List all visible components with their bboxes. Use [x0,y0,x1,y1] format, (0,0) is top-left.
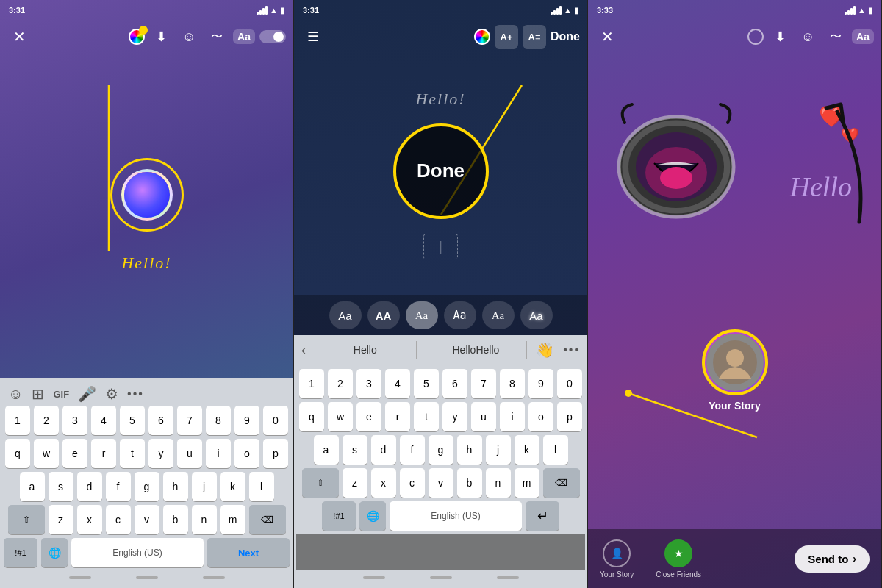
key2-3[interactable]: 3 [356,369,381,398]
key-v[interactable]: v [135,505,159,534]
key-m[interactable]: m [220,505,245,534]
your-story-circle[interactable] [702,329,768,395]
key-8[interactable]: 8 [206,406,231,435]
key2-c[interactable]: c [400,468,425,498]
font-size-button-2[interactable]: A+ [495,25,518,49]
font-style-serif[interactable]: Aa [482,301,514,329]
settings-icon-1[interactable]: ⚙ [105,385,118,403]
key2-e[interactable]: e [356,402,381,431]
key2-shift[interactable]: ⇧ [302,468,339,498]
key-3[interactable]: 3 [62,406,87,435]
key-k[interactable]: k [220,472,245,501]
key-h[interactable]: h [163,472,188,501]
key2-z[interactable]: z [343,468,368,498]
key-w[interactable]: w [34,439,59,468]
key-t[interactable]: t [120,439,145,468]
chevron-left-icon[interactable]: ‹ [301,343,306,358]
close-friends-share-option[interactable]: ★ Close Friends [656,539,701,578]
font-style-script[interactable]: Aa [406,301,438,329]
font-style-mono[interactable]: Aa [444,301,476,329]
key-n[interactable]: n [192,505,217,534]
more-icon-1[interactable]: ••• [127,387,144,401]
key2-r[interactable]: r [385,402,410,431]
key-special[interactable]: !#1 [4,538,37,567]
color-picker-button-2[interactable] [474,29,490,45]
key2-v[interactable]: v [429,468,453,498]
key-y[interactable]: y [148,439,173,468]
key2-q[interactable]: q [299,402,324,431]
pen-button-3[interactable]: 〜 [824,25,847,49]
more-icon-2[interactable]: ••• [563,343,580,356]
key-space[interactable]: English (US) [71,538,204,567]
key-s[interactable]: s [49,472,74,501]
key-p[interactable]: p [263,439,288,468]
key-x[interactable]: x [77,505,102,534]
key2-0[interactable]: 0 [557,369,582,398]
key2-h[interactable]: h [457,435,482,465]
key-l[interactable]: l [249,472,274,501]
font-style-normal[interactable]: Aa [329,301,362,329]
key2-5[interactable]: 5 [414,369,439,398]
key-g[interactable]: g [135,472,159,501]
key-b[interactable]: b [163,505,188,534]
key-1[interactable]: 1 [5,406,30,435]
sticker-button-1[interactable]: ☺ [177,25,201,49]
font-align-button-2[interactable]: A≡ [523,25,546,49]
key2-m[interactable]: m [514,468,539,498]
send-to-button[interactable]: Send to › [795,545,870,573]
key2-6[interactable]: 6 [442,369,467,398]
font-style-bold[interactable]: AA [368,301,400,329]
key2-7[interactable]: 7 [471,369,496,398]
key-q[interactable]: q [5,439,30,468]
slider-toggle-1[interactable] [259,30,286,43]
pen-button-1[interactable]: 〜 [205,25,229,49]
key2-f[interactable]: f [400,435,425,465]
key-d[interactable]: d [77,472,102,501]
font-button-3[interactable]: Aa [852,29,874,44]
key2-t[interactable]: t [414,402,439,431]
key2-d[interactable]: d [371,435,396,465]
key2-g[interactable]: g [429,435,453,465]
key-2[interactable]: 2 [34,406,59,435]
download-button-3[interactable]: ⬇ [768,25,792,49]
key2-1[interactable]: 1 [299,369,324,398]
key2-u[interactable]: u [471,402,496,431]
key2-a[interactable]: a [314,435,339,465]
key-6[interactable]: 6 [148,406,173,435]
close-button-3[interactable]: ✕ [595,25,619,49]
key2-j[interactable]: j [486,435,511,465]
color-picker-button-3[interactable] [747,29,764,45]
font-style-neon[interactable]: Aa [520,301,553,329]
menu-button-2[interactable]: ☰ [301,25,325,49]
emoji-icon-1[interactable]: ☺ [8,386,23,403]
key2-i[interactable]: i [500,402,525,431]
sticker-icon-1[interactable]: ⊞ [32,385,44,403]
key2-k[interactable]: k [514,435,539,465]
key2-l[interactable]: l [543,435,568,465]
gif-icon-1[interactable]: GIF [53,389,69,400]
key2-space[interactable]: English (US) [390,501,522,531]
key2-return[interactable]: ↵ [526,501,559,531]
sticker-button-3[interactable]: ☺ [796,25,820,49]
key2-s[interactable]: s [343,435,368,465]
key-f[interactable]: f [106,472,131,501]
font-button-1[interactable]: Aa [233,29,255,44]
key2-8[interactable]: 8 [500,369,525,398]
key2-special[interactable]: !#1 [322,501,356,531]
done-button-2[interactable]: Done [551,30,580,43]
key-u[interactable]: u [177,439,202,468]
key-delete[interactable]: ⌫ [249,505,286,534]
download-button-1[interactable]: ⬇ [149,25,173,49]
key2-x[interactable]: x [371,468,396,498]
suggestion-hellohello[interactable]: HelloHello [426,341,528,359]
key-next[interactable]: Next [207,538,290,567]
key2-4[interactable]: 4 [385,369,410,398]
key2-y[interactable]: y [442,402,467,431]
key-a[interactable]: a [20,472,45,501]
mic-icon-1[interactable]: 🎤 [78,385,96,403]
key-9[interactable]: 9 [234,406,259,435]
key2-delete[interactable]: ⌫ [543,468,580,498]
close-button-1[interactable]: ✕ [7,25,31,49]
mouth-sticker[interactable] [610,93,742,226]
key2-o[interactable]: o [528,402,553,431]
